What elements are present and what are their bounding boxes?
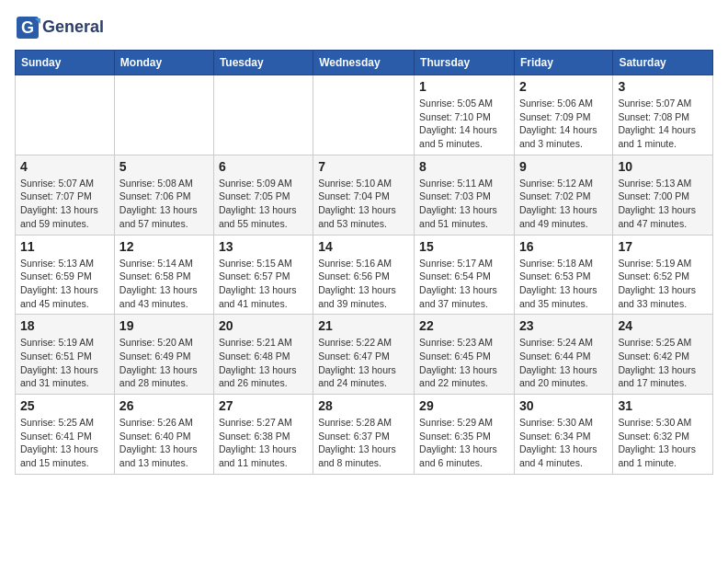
- calendar-cell: 30Sunrise: 5:30 AM Sunset: 6:34 PM Dayli…: [514, 395, 612, 475]
- day-info: Sunrise: 5:29 AM Sunset: 6:35 PM Dayligh…: [419, 416, 509, 470]
- calendar-week-row: 25Sunrise: 5:25 AM Sunset: 6:41 PM Dayli…: [16, 395, 713, 475]
- day-number: 29: [419, 398, 509, 413]
- day-info: Sunrise: 5:19 AM Sunset: 6:51 PM Dayligh…: [20, 336, 109, 390]
- calendar-cell: 28Sunrise: 5:28 AM Sunset: 6:37 PM Dayli…: [313, 395, 415, 475]
- calendar-cell: 2Sunrise: 5:06 AM Sunset: 7:09 PM Daylig…: [514, 75, 612, 155]
- day-number: 18: [20, 318, 109, 333]
- calendar-cell: 1Sunrise: 5:05 AM Sunset: 7:10 PM Daylig…: [415, 75, 515, 155]
- calendar-cell: [213, 75, 313, 155]
- day-number: 17: [618, 239, 708, 254]
- day-number: 26: [119, 398, 209, 413]
- weekday-header-wednesday: Wednesday: [313, 51, 415, 75]
- calendar-cell: [114, 75, 213, 155]
- day-info: Sunrise: 5:19 AM Sunset: 6:52 PM Dayligh…: [618, 257, 708, 311]
- day-info: Sunrise: 5:28 AM Sunset: 6:37 PM Dayligh…: [318, 416, 409, 470]
- day-number: 30: [519, 398, 608, 413]
- day-number: 9: [519, 159, 608, 174]
- day-info: Sunrise: 5:25 AM Sunset: 6:42 PM Dayligh…: [618, 336, 708, 390]
- day-info: Sunrise: 5:07 AM Sunset: 7:08 PM Dayligh…: [618, 97, 708, 151]
- calendar-cell: 5Sunrise: 5:08 AM Sunset: 7:06 PM Daylig…: [114, 155, 213, 235]
- day-number: 6: [219, 159, 308, 174]
- calendar-cell: 11Sunrise: 5:13 AM Sunset: 6:59 PM Dayli…: [16, 235, 115, 315]
- day-info: Sunrise: 5:06 AM Sunset: 7:09 PM Dayligh…: [519, 97, 608, 151]
- day-number: 27: [219, 398, 308, 413]
- page-header: G General: [15, 15, 713, 40]
- calendar-cell: 23Sunrise: 5:24 AM Sunset: 6:44 PM Dayli…: [514, 315, 612, 395]
- day-number: 1: [419, 79, 509, 94]
- day-info: Sunrise: 5:20 AM Sunset: 6:49 PM Dayligh…: [119, 336, 209, 390]
- day-number: 14: [318, 239, 409, 254]
- calendar-cell: 12Sunrise: 5:14 AM Sunset: 6:58 PM Dayli…: [114, 235, 213, 315]
- calendar-cell: 17Sunrise: 5:19 AM Sunset: 6:52 PM Dayli…: [613, 235, 713, 315]
- day-number: 22: [419, 318, 509, 333]
- day-number: 16: [519, 239, 608, 254]
- svg-text:G: G: [21, 18, 34, 37]
- day-number: 3: [618, 79, 708, 94]
- day-number: 23: [519, 318, 608, 333]
- weekday-header-monday: Monday: [114, 51, 213, 75]
- day-info: Sunrise: 5:16 AM Sunset: 6:56 PM Dayligh…: [318, 257, 409, 311]
- calendar-cell: 22Sunrise: 5:23 AM Sunset: 6:45 PM Dayli…: [415, 315, 515, 395]
- day-info: Sunrise: 5:05 AM Sunset: 7:10 PM Dayligh…: [419, 97, 509, 151]
- day-number: 19: [119, 318, 209, 333]
- day-info: Sunrise: 5:26 AM Sunset: 6:40 PM Dayligh…: [119, 416, 209, 470]
- day-number: 21: [318, 318, 409, 333]
- calendar-cell: [16, 75, 115, 155]
- day-info: Sunrise: 5:13 AM Sunset: 6:59 PM Dayligh…: [20, 257, 109, 311]
- day-number: 13: [219, 239, 308, 254]
- calendar-cell: 15Sunrise: 5:17 AM Sunset: 6:54 PM Dayli…: [415, 235, 515, 315]
- day-info: Sunrise: 5:21 AM Sunset: 6:48 PM Dayligh…: [219, 336, 308, 390]
- weekday-header-tuesday: Tuesday: [213, 51, 313, 75]
- calendar-cell: [313, 75, 415, 155]
- weekday-header-sunday: Sunday: [16, 51, 115, 75]
- day-info: Sunrise: 5:15 AM Sunset: 6:57 PM Dayligh…: [219, 257, 308, 311]
- calendar-cell: 29Sunrise: 5:29 AM Sunset: 6:35 PM Dayli…: [415, 395, 515, 475]
- calendar-cell: 27Sunrise: 5:27 AM Sunset: 6:38 PM Dayli…: [213, 395, 313, 475]
- day-info: Sunrise: 5:30 AM Sunset: 6:34 PM Dayligh…: [519, 416, 608, 470]
- day-info: Sunrise: 5:17 AM Sunset: 6:54 PM Dayligh…: [419, 257, 509, 311]
- day-info: Sunrise: 5:12 AM Sunset: 7:02 PM Dayligh…: [519, 177, 608, 231]
- weekday-header-thursday: Thursday: [415, 51, 515, 75]
- day-number: 31: [618, 398, 708, 413]
- weekday-header-row: SundayMondayTuesdayWednesdayThursdayFrid…: [16, 51, 713, 75]
- calendar-cell: 31Sunrise: 5:30 AM Sunset: 6:32 PM Dayli…: [613, 395, 713, 475]
- day-info: Sunrise: 5:30 AM Sunset: 6:32 PM Dayligh…: [618, 416, 708, 470]
- calendar-table: SundayMondayTuesdayWednesdayThursdayFrid…: [15, 50, 713, 475]
- day-info: Sunrise: 5:13 AM Sunset: 7:00 PM Dayligh…: [618, 177, 708, 231]
- weekday-header-saturday: Saturday: [613, 51, 713, 75]
- day-number: 28: [318, 398, 409, 413]
- logo-text: General: [42, 18, 104, 37]
- day-info: Sunrise: 5:11 AM Sunset: 7:03 PM Dayligh…: [419, 177, 509, 231]
- day-info: Sunrise: 5:22 AM Sunset: 6:47 PM Dayligh…: [318, 336, 409, 390]
- calendar-cell: 21Sunrise: 5:22 AM Sunset: 6:47 PM Dayli…: [313, 315, 415, 395]
- calendar-week-row: 11Sunrise: 5:13 AM Sunset: 6:59 PM Dayli…: [16, 235, 713, 315]
- calendar-cell: 7Sunrise: 5:10 AM Sunset: 7:04 PM Daylig…: [313, 155, 415, 235]
- calendar-cell: 16Sunrise: 5:18 AM Sunset: 6:53 PM Dayli…: [514, 235, 612, 315]
- day-info: Sunrise: 5:09 AM Sunset: 7:05 PM Dayligh…: [219, 177, 308, 231]
- calendar-cell: 18Sunrise: 5:19 AM Sunset: 6:51 PM Dayli…: [16, 315, 115, 395]
- calendar-week-row: 18Sunrise: 5:19 AM Sunset: 6:51 PM Dayli…: [16, 315, 713, 395]
- calendar-cell: 4Sunrise: 5:07 AM Sunset: 7:07 PM Daylig…: [16, 155, 115, 235]
- calendar-week-row: 4Sunrise: 5:07 AM Sunset: 7:07 PM Daylig…: [16, 155, 713, 235]
- day-number: 11: [20, 239, 109, 254]
- calendar-cell: 13Sunrise: 5:15 AM Sunset: 6:57 PM Dayli…: [213, 235, 313, 315]
- day-number: 10: [618, 159, 708, 174]
- day-number: 5: [119, 159, 209, 174]
- calendar-cell: 24Sunrise: 5:25 AM Sunset: 6:42 PM Dayli…: [613, 315, 713, 395]
- calendar-cell: 14Sunrise: 5:16 AM Sunset: 6:56 PM Dayli…: [313, 235, 415, 315]
- day-info: Sunrise: 5:10 AM Sunset: 7:04 PM Dayligh…: [318, 177, 409, 231]
- day-info: Sunrise: 5:23 AM Sunset: 6:45 PM Dayligh…: [419, 336, 509, 390]
- calendar-cell: 19Sunrise: 5:20 AM Sunset: 6:49 PM Dayli…: [114, 315, 213, 395]
- day-number: 15: [419, 239, 509, 254]
- day-number: 24: [618, 318, 708, 333]
- day-number: 7: [318, 159, 409, 174]
- calendar-cell: 25Sunrise: 5:25 AM Sunset: 6:41 PM Dayli…: [16, 395, 115, 475]
- day-number: 12: [119, 239, 209, 254]
- logo: G General: [15, 15, 104, 40]
- day-number: 8: [419, 159, 509, 174]
- day-info: Sunrise: 5:08 AM Sunset: 7:06 PM Dayligh…: [119, 177, 209, 231]
- calendar-cell: 20Sunrise: 5:21 AM Sunset: 6:48 PM Dayli…: [213, 315, 313, 395]
- day-number: 4: [20, 159, 109, 174]
- day-info: Sunrise: 5:24 AM Sunset: 6:44 PM Dayligh…: [519, 336, 608, 390]
- calendar-cell: 8Sunrise: 5:11 AM Sunset: 7:03 PM Daylig…: [415, 155, 515, 235]
